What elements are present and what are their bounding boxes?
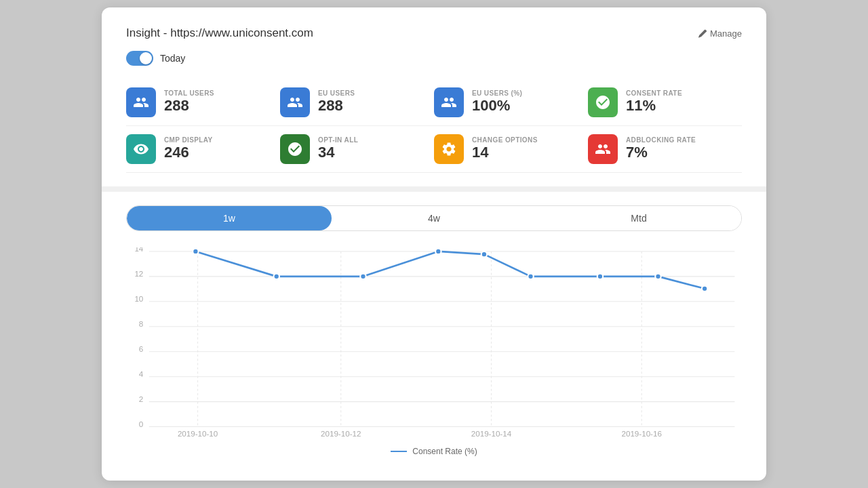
chart-point [435,249,441,254]
toggle-label: Today [160,53,185,64]
stat-change-options-label: CHANGE OPTIONS [472,136,538,144]
stats-grid-row2: CMP DISPLAY 246 OPT-IN ALL 34 CHANGE OPT… [126,126,742,173]
page-title: Insight - https://www.uniconsent.com [126,26,313,40]
svg-text:8: 8 [139,319,143,328]
total-users-icon [126,87,156,117]
chart-point [481,251,487,257]
edit-icon [698,29,707,38]
chart-point [528,274,533,279]
change-options-icon [434,134,464,164]
stat-adblocking-rate: ADBLOCKING RATE 7% [588,126,742,173]
adblocking-rate-icon [588,134,618,164]
chart-point [360,274,366,279]
svg-text:2019-10-10: 2019-10-10 [178,429,218,437]
chart-legend: Consent Rate (%) [126,447,742,456]
section-divider [102,186,766,192]
stat-eu-users-label: EU USERS [318,89,355,97]
stat-adblocking-rate-value: 7% [626,144,696,161]
cmp-display-icon [126,134,156,164]
tab-4w[interactable]: 4w [332,206,536,230]
tab-1w[interactable]: 1w [127,206,332,230]
stat-consent-rate: CONSENT RATE 11% [588,79,742,126]
stat-opt-in-all-value: 34 [318,144,358,161]
stat-eu-users-value: 288 [318,97,355,115]
svg-text:0: 0 [139,420,143,428]
consent-rate-chart: 0 2 4 6 8 10 12 14 2019-10-10 2019-10-12… [126,247,742,437]
stat-total-users: TOTAL USERS 288 [126,79,280,126]
svg-text:2: 2 [139,394,143,403]
tab-mtd[interactable]: Mtd [536,206,741,230]
svg-text:14: 14 [134,247,143,253]
stat-eu-users-pct-value: 100% [472,97,522,115]
stat-total-users-label: TOTAL USERS [164,89,214,97]
stat-cmp-display-value: 246 [164,144,213,161]
stat-eu-users: EU USERS 288 [280,79,434,126]
stat-eu-users-pct-label: EU USERS (%) [472,89,522,97]
chart-point [597,274,603,279]
chart-point [273,274,279,279]
stat-cmp-display-label: CMP DISPLAY [164,136,213,144]
manage-link[interactable]: Manage [698,28,742,39]
today-toggle[interactable] [126,51,153,66]
stat-eu-users-pct-info: EU USERS (%) 100% [472,89,522,115]
stat-change-options-value: 14 [472,144,538,161]
stat-consent-rate-value: 11% [626,97,682,115]
stat-eu-users-info: EU USERS 288 [318,89,355,115]
stat-change-options: CHANGE OPTIONS 14 [434,126,588,173]
chart-point [193,249,198,254]
stat-adblocking-rate-info: ADBLOCKING RATE 7% [626,136,696,161]
legend-label: Consent Rate (%) [412,447,477,456]
stat-consent-rate-info: CONSENT RATE 11% [626,89,682,115]
legend-line-icon [391,451,407,452]
stat-total-users-info: TOTAL USERS 288 [164,89,214,115]
chart-point [702,286,707,291]
stat-eu-users-pct: EU USERS (%) 100% [434,79,588,126]
svg-text:2019-10-14: 2019-10-14 [471,429,512,437]
toggle-row: Today [126,51,742,66]
stat-change-options-info: CHANGE OPTIONS 14 [472,136,538,161]
time-period-tabs: 1w 4w Mtd [126,205,742,231]
stat-consent-rate-label: CONSENT RATE [626,89,682,97]
eu-users-pct-icon [434,87,464,117]
stat-total-users-value: 288 [164,97,214,115]
svg-text:10: 10 [134,294,143,303]
svg-text:4: 4 [139,369,144,378]
stat-cmp-display: CMP DISPLAY 246 [126,126,280,173]
svg-text:12: 12 [134,269,143,278]
chart-line [195,251,705,289]
opt-in-all-icon [280,134,310,164]
stat-opt-in-all-label: OPT-IN ALL [318,136,358,144]
stat-opt-in-all: OPT-IN ALL 34 [280,126,434,173]
chart-point [655,274,660,279]
chart-area: 0 2 4 6 8 10 12 14 2019-10-10 2019-10-12… [126,247,742,456]
stat-adblocking-rate-label: ADBLOCKING RATE [626,136,696,144]
consent-rate-icon [588,87,618,117]
stats-grid-row1: TOTAL USERS 288 EU USERS 288 EU USERS (%… [126,79,742,126]
svg-text:6: 6 [139,344,143,353]
svg-text:2019-10-16: 2019-10-16 [621,429,661,437]
main-card: Insight - https://www.uniconsent.com Man… [102,7,766,481]
header: Insight - https://www.uniconsent.com Man… [126,26,742,40]
stat-opt-in-all-info: OPT-IN ALL 34 [318,136,358,161]
stat-cmp-display-info: CMP DISPLAY 246 [164,136,213,161]
svg-text:2019-10-12: 2019-10-12 [321,429,361,437]
eu-users-icon [280,87,310,117]
